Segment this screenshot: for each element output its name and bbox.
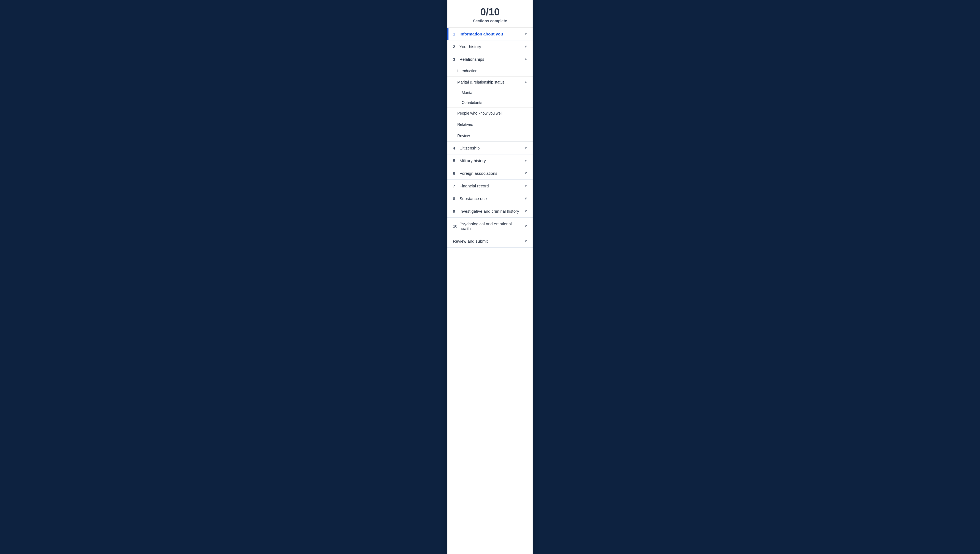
chevron-icon-5: ∨ xyxy=(525,159,527,162)
chevron-icon-7: ∨ xyxy=(525,184,527,188)
item-label-1: Information about you xyxy=(460,32,523,36)
item-label-3: Relationships xyxy=(460,57,523,62)
nav-item-row-7[interactable]: 7 Financial record ∨ xyxy=(447,180,533,192)
sub-nav-row-introduction[interactable]: Introduction xyxy=(447,65,533,76)
nav-item-row-10[interactable]: 10 Psychological and emotional health ∨ xyxy=(447,218,533,235)
chevron-icon-1: ∨ xyxy=(525,32,527,36)
nav-item-5: 5 Military history ∨ xyxy=(447,154,533,167)
sub-nav-item-marital-status: Marital & relationship status ∧ Marital xyxy=(447,77,533,108)
nav-item-6: 6 Foreign associations ∨ xyxy=(447,167,533,180)
nav-item-10: 10 Psychological and emotional health ∨ xyxy=(447,218,533,235)
nav-item-9: 9 Investigative and criminal history ∨ xyxy=(447,205,533,218)
nav-item-review-submit: Review and submit ∨ xyxy=(447,235,533,248)
nav-item-row-2[interactable]: 2 Your history ∨ xyxy=(447,40,533,53)
chevron-icon-9: ∨ xyxy=(525,209,527,213)
sub-sub-nav-row-cohabitants[interactable]: Cohabitants xyxy=(447,97,533,107)
nav-item-2: 2 Your history ∨ xyxy=(447,40,533,53)
nav-item-3: 3 Relationships ∧ Introduction Marital & xyxy=(447,53,533,142)
sub-sub-nav-row-marital[interactable]: Marital xyxy=(447,88,533,97)
nav-item-row-4[interactable]: 4 Citizenship ∨ xyxy=(447,142,533,154)
item-number-4: 4 xyxy=(453,146,458,150)
nav-item-row-1[interactable]: 1 Information about you ∨ xyxy=(447,28,533,40)
chevron-icon-marital-status: ∧ xyxy=(525,80,527,84)
page-wrapper: 0/10 Sections complete 1 Information abo… xyxy=(0,0,980,554)
sub-nav-3: Introduction Marital & relationship stat… xyxy=(447,65,533,142)
nav-item-row-8[interactable]: 8 Substance use ∨ xyxy=(447,193,533,205)
sub-sub-nav-item-cohabitants: Cohabitants xyxy=(447,97,533,107)
nav-item-1: 1 Information about you ∨ xyxy=(447,28,533,40)
item-label-7: Financial record xyxy=(460,183,523,188)
item-number-7: 7 xyxy=(453,183,458,188)
chevron-icon-4: ∨ xyxy=(525,146,527,150)
sub-nav-item-review: Review xyxy=(447,130,533,142)
chevron-icon-6: ∨ xyxy=(525,171,527,175)
sub-nav-row-marital-status[interactable]: Marital & relationship status ∧ xyxy=(447,77,533,88)
sub-nav-item-introduction: Introduction xyxy=(447,65,533,77)
item-number-8: 8 xyxy=(453,196,458,201)
chevron-icon-2: ∨ xyxy=(525,45,527,48)
item-label-8: Substance use xyxy=(460,196,523,201)
sub-nav-row-people[interactable]: People who know you well xyxy=(447,108,533,119)
sub-sub-nav-label-cohabitants: Cohabitants xyxy=(462,100,482,105)
sub-nav-item-people: People who know you well xyxy=(447,108,533,119)
item-number-9: 9 xyxy=(453,209,458,213)
sections-count: 0/10 xyxy=(453,6,527,18)
item-number-10: 10 xyxy=(453,224,458,228)
sub-sub-nav-marital: Marital Cohabitants xyxy=(447,88,533,107)
item-label-2: Your history xyxy=(460,44,523,49)
chevron-icon-review-submit: ∨ xyxy=(525,239,527,243)
item-label-6: Foreign associations xyxy=(460,171,523,176)
sub-nav-label-people: People who know you well xyxy=(457,111,503,115)
sections-header: 0/10 Sections complete xyxy=(447,0,533,28)
item-number-6: 6 xyxy=(453,171,458,176)
sidebar-panel: 0/10 Sections complete 1 Information abo… xyxy=(447,0,533,554)
nav-item-row-9[interactable]: 9 Investigative and criminal history ∨ xyxy=(447,205,533,217)
nav-item-7: 7 Financial record ∨ xyxy=(447,180,533,193)
item-label-4: Citizenship xyxy=(460,146,523,150)
item-number-5: 5 xyxy=(453,158,458,163)
sub-nav-item-relatives: Relatives xyxy=(447,119,533,130)
sub-sub-nav-label-marital: Marital xyxy=(462,91,473,95)
sections-label: Sections complete xyxy=(453,19,527,23)
nav-list: 1 Information about you ∨ 2 Your history… xyxy=(447,28,533,248)
item-number-1: 1 xyxy=(453,32,458,36)
chevron-icon-10: ∨ xyxy=(525,224,527,228)
item-label-9: Investigative and criminal history xyxy=(460,209,523,213)
sub-nav-label-relatives: Relatives xyxy=(457,122,473,127)
item-number-2: 2 xyxy=(453,44,458,49)
chevron-icon-3: ∧ xyxy=(525,57,527,61)
sub-nav-row-relatives[interactable]: Relatives xyxy=(447,119,533,130)
sub-nav-row-review[interactable]: Review xyxy=(447,130,533,141)
sub-sub-nav-item-marital: Marital xyxy=(447,88,533,97)
nav-item-4: 4 Citizenship ∨ xyxy=(447,142,533,154)
sub-nav-label-introduction: Introduction xyxy=(457,69,477,73)
item-label-10: Psychological and emotional health xyxy=(460,221,523,231)
sub-nav-label-review: Review xyxy=(457,134,470,138)
review-submit-row[interactable]: Review and submit ∨ xyxy=(447,235,533,247)
sub-nav-label-marital-status: Marital & relationship status xyxy=(457,80,504,84)
item-label-5: Military history xyxy=(460,158,523,163)
review-submit-label: Review and submit xyxy=(453,239,523,244)
chevron-icon-8: ∨ xyxy=(525,196,527,200)
nav-item-row-5[interactable]: 5 Military history ∨ xyxy=(447,154,533,167)
nav-item-row-3[interactable]: 3 Relationships ∧ xyxy=(447,53,533,65)
nav-item-8: 8 Substance use ∨ xyxy=(447,193,533,205)
nav-item-row-6[interactable]: 6 Foreign associations ∨ xyxy=(447,167,533,180)
item-number-3: 3 xyxy=(453,57,458,62)
